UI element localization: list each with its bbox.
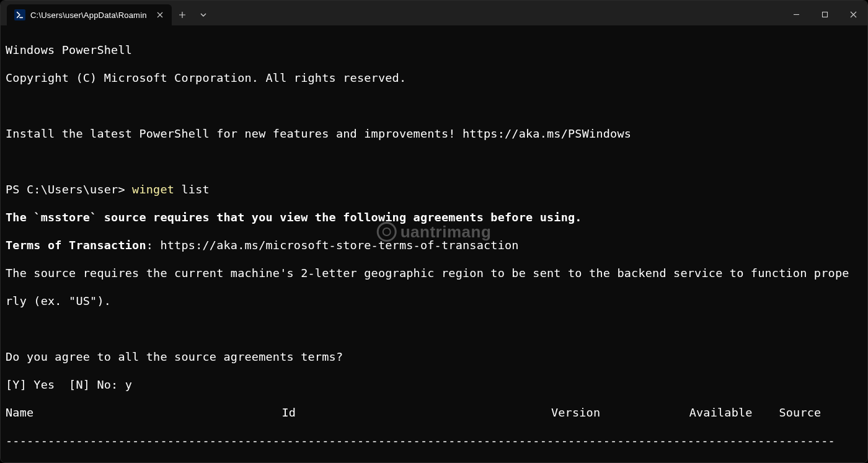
terminal-blank [6,155,862,169]
cell-id: 26720RandomSaladGamesLLC.HeartsDeluxe_… [282,462,551,463]
cell-source [779,462,820,463]
terminal-line: Windows PowerShell [6,43,862,58]
terminal-line: Terms of Transaction: https://aka.ms/mic… [6,239,862,253]
tab-dropdown-button[interactable] [193,4,214,25]
terminal-content[interactable]: Windows PowerShell Copyright (C) Microso… [1,25,867,462]
terminal-blank [6,99,862,113]
titlebar: C:\Users\user\AppData\Roamin [1,1,867,25]
command: winget [132,183,174,196]
cell-version: 6.11.62.0 [551,462,689,463]
col-source: Source [779,406,820,420]
col-version: Version [551,406,689,420]
cell-name: Hearts Deluxe [6,462,282,463]
col-available: Available [689,406,779,420]
command-args: list [174,183,210,196]
powershell-icon [14,9,25,20]
col-id: Id [282,406,551,420]
tab-close-button[interactable] [154,9,166,20]
terminal-blank [6,322,862,337]
terminal-line: Install the latest PowerShell for new fe… [6,127,862,141]
prompt-prefix: PS C:\Users\user> [6,183,132,196]
terms-label: Terms of Transaction [6,239,146,252]
minimize-button[interactable] [782,4,810,24]
window-controls [782,4,867,25]
tab-title: C:\Users\user\AppData\Roamin [30,11,147,20]
table-row: Hearts Deluxe26720RandomSaladGamesLLC.He… [6,462,862,463]
maximize-button[interactable] [810,4,839,24]
agree-answer: [Y] Yes [N] No: y [6,378,862,392]
col-name: Name [6,406,282,420]
new-tab-button[interactable] [172,4,193,25]
divider: ----------------------------------------… [6,434,862,448]
terminal-line: Copyright (C) Microsoft Corporation. All… [6,71,862,86]
svg-rect-2 [822,12,827,17]
terms-url: : https://aka.ms/microsoft-store-terms-o… [146,239,519,252]
terminal-window: C:\Users\user\AppData\Roamin [0,0,868,463]
tab-strip: C:\Users\user\AppData\Roamin [1,1,214,25]
terminal-line: The `msstore` source requires that you v… [6,211,862,225]
prompt-line: PS C:\Users\user> winget list [6,183,862,197]
agree-question: Do you agree to all the source agreement… [6,350,862,364]
tab-active[interactable]: C:\Users\user\AppData\Roamin [7,4,172,25]
terminal-line: The source requires the current machine'… [6,267,862,281]
close-window-button[interactable] [839,4,867,24]
cell-available [689,462,779,463]
terminal-line: rly (ex. "US"). [6,294,862,309]
table-header: NameIdVersionAvailableSource [6,406,862,420]
